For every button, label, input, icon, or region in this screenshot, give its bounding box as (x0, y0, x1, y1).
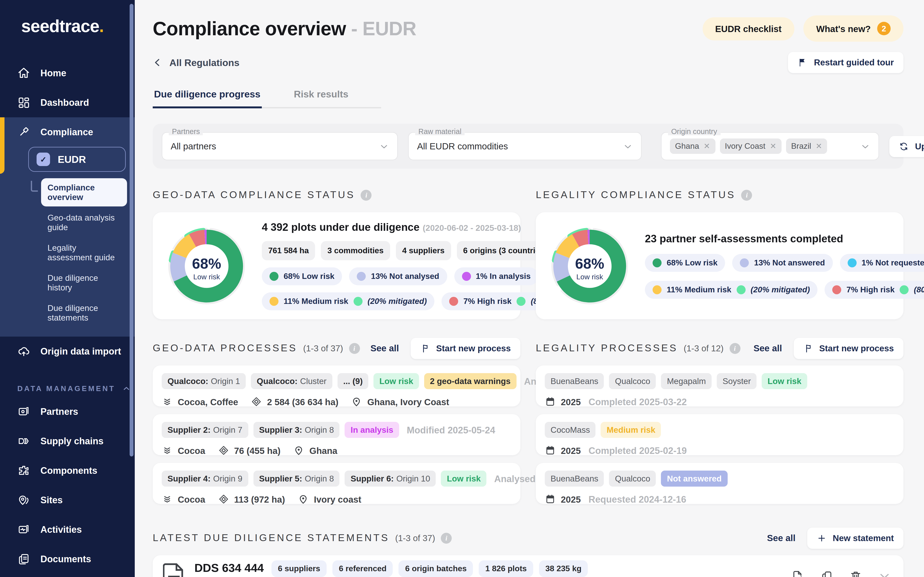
mint-dot-icon (517, 297, 526, 306)
sidebar-item-dashboard[interactable]: Dashboard (0, 88, 135, 117)
origin-country-select[interactable]: Origin country Ghana✕ Ivory Coast✕ Brazi… (661, 132, 879, 160)
flag-icon (798, 58, 808, 67)
shield-check-icon: ✓ (37, 153, 50, 166)
geo-see-all-link[interactable]: See all (370, 343, 399, 353)
partner-chip: Megapalm (661, 373, 712, 389)
sidebar-item-partners[interactable]: Partners (0, 397, 135, 426)
whats-new-button[interactable]: What's new? 2 (803, 15, 903, 42)
raw-material-select-value: All EUDR commodities (417, 141, 508, 151)
trash-icon[interactable] (850, 570, 862, 577)
sidebar-item-eudr[interactable]: ✓ EUDR (28, 147, 126, 172)
submenu-due-diligence-statements[interactable]: Due diligence statements (41, 299, 127, 327)
legality-see-all-link[interactable]: See all (754, 343, 782, 353)
mint-dot-icon (353, 297, 362, 306)
lavender-dot-icon (740, 258, 749, 268)
dds-chip-weight: 38 235 kg (539, 560, 588, 577)
legality-process-row[interactable]: BuenaBeans Qualcoco Megapalm Soyster Low… (536, 366, 903, 406)
remove-chip-icon[interactable]: ✕ (704, 142, 710, 151)
geo-process-row[interactable]: Supplier 4:Origin 9 Supplier 5:Origin 8 … (153, 463, 520, 504)
sidebar-scrollbar[interactable] (129, 4, 134, 456)
sidebar-item-origin-data-import[interactable]: Origin data import (0, 337, 135, 366)
info-icon[interactable]: i (729, 343, 740, 354)
route-flag-icon (803, 343, 813, 353)
sidebar-item-label: Origin data import (40, 346, 121, 356)
legality-headline: 23 partner self-assessments completed (645, 233, 924, 245)
update-button[interactable]: Update (889, 136, 924, 157)
new-statement-button[interactable]: New statement (807, 527, 903, 549)
info-icon[interactable]: i (361, 190, 372, 200)
geo-process-row[interactable]: Supplier 2:Origin 7 Supplier 3:Origin 8 … (153, 414, 520, 455)
sidebar-item-compliance[interactable]: Compliance (0, 117, 135, 147)
legend-not-answered: 13% Not answered (732, 254, 833, 272)
sidebar-item-supply-chains[interactable]: Supply chains (0, 426, 135, 456)
legality-donut-center-value: 68% (575, 255, 604, 271)
commodities-group: Cocoa (162, 494, 205, 504)
sidebar-item-components[interactable]: Components (0, 456, 135, 485)
submenu-compliance-overview[interactable]: Compliance overview (41, 178, 127, 206)
geo-process-row[interactable]: Qualcoco:Origin 1 Qualcoco:Cluster ... (… (153, 366, 520, 406)
stat-commodities: 3 commodities (321, 241, 390, 260)
submenu-geo-data-analysis-guide[interactable]: Geo-data analysis guide (41, 208, 127, 237)
sidebar-item-questionnaires[interactable]: Questionnaires (0, 574, 135, 577)
sidebar-item-sites[interactable]: Sites (0, 485, 135, 515)
sidebar-item-activities[interactable]: Activities (0, 515, 135, 544)
tab-due-diligence-progress[interactable]: Due diligence progress (153, 89, 262, 107)
remove-chip-icon[interactable]: ✕ (816, 142, 822, 151)
raw-material-select-label: Raw material (415, 127, 465, 135)
geo-processes-section: GEO-DATA PROCESSES (1-3 of 37) i See all… (153, 338, 520, 512)
page-title-suffix: - EUDR (351, 18, 416, 39)
sidebar-item-label: Components (40, 466, 97, 476)
dds-see-all-link[interactable]: See all (767, 533, 795, 543)
map-pin-icon (298, 494, 309, 504)
partners-select[interactable]: Partners All partners (162, 132, 398, 160)
dds-document-icon (163, 562, 185, 577)
back-all-regulations-link[interactable]: All Regulations (153, 57, 239, 68)
geo-start-new-process-button[interactable]: Start new process (410, 338, 520, 359)
chevron-down-icon[interactable] (879, 570, 891, 577)
geo-processes-title: GEO-DATA PROCESSES (153, 342, 297, 354)
app-window: seedtrace. Home Dashboard Compliance ✓ E… (0, 0, 924, 577)
partners-select-label: Partners (169, 127, 203, 135)
more-chip[interactable]: ... (9) (338, 373, 368, 389)
map-pin-icon (351, 396, 362, 407)
sidebar-item-label: Dashboard (40, 97, 89, 108)
eudr-label: EUDR (58, 154, 86, 165)
sidebar-item-label: Compliance (40, 127, 93, 137)
info-icon[interactable]: i (349, 343, 360, 354)
info-icon[interactable]: i (741, 190, 752, 200)
dds-row[interactable]: DDS 634 444 6 suppliers 6 referenced 6 o… (153, 555, 903, 577)
year-group: 2025 (545, 445, 581, 456)
copy-icon[interactable] (821, 570, 833, 577)
sidebar-item-documents[interactable]: Documents (0, 544, 135, 574)
legend-high-risk: 7% High risk(80% mitigated) (825, 281, 924, 299)
status-badge-in-analysis: In analysis (345, 422, 399, 438)
tab-risk-results[interactable]: Risk results (292, 89, 350, 107)
edit-document-icon[interactable] (792, 570, 804, 577)
home-icon (17, 67, 30, 79)
status-badge-medium-risk: Medium risk (601, 422, 661, 438)
legality-process-row[interactable]: BuenaBeans Qualcoco Not answered 2025 Re… (536, 463, 903, 504)
remove-chip-icon[interactable]: ✕ (770, 142, 776, 151)
mint-dot-icon (900, 285, 909, 294)
sidebar-section-data-management[interactable]: DATA MANAGEMENT (0, 366, 135, 397)
cloud-upload-icon (17, 345, 30, 358)
eudr-checklist-button[interactable]: EUDR checklist (703, 17, 795, 40)
partner-chip: Supplier 4:Origin 9 (162, 471, 248, 487)
sidebar-item-label: Sites (40, 495, 63, 505)
process-date: Completed 2025-03-22 (588, 396, 687, 407)
info-icon[interactable]: i (441, 533, 452, 543)
legend-medium-risk: 11% Medium risk(20% mitigated) (262, 292, 435, 310)
legality-process-row[interactable]: CocoMass Medium risk 2025 Completed 2025… (536, 414, 903, 455)
legality-start-new-process-button[interactable]: Start new process (793, 338, 903, 359)
restart-guided-tour-button[interactable]: Restart guided tour (788, 52, 903, 73)
dds-chip-origin-batches: 6 origin batches (399, 560, 473, 577)
submenu-legality-assessment-guide[interactable]: Legality assessment guide (41, 239, 127, 267)
partner-chip: CocoMass (545, 422, 596, 438)
raw-material-select[interactable]: Raw material All EUDR commodities (408, 132, 642, 160)
submenu-due-diligence-history[interactable]: Due diligence history (41, 269, 127, 297)
dds-chip-referenced: 6 referenced (333, 560, 393, 577)
sidebar-item-home[interactable]: Home (0, 58, 135, 88)
dds-count: (1-3 of 37) (395, 533, 435, 543)
calendar-icon (545, 396, 556, 407)
partner-chip: Qualcoco:Origin 1 (162, 373, 246, 389)
